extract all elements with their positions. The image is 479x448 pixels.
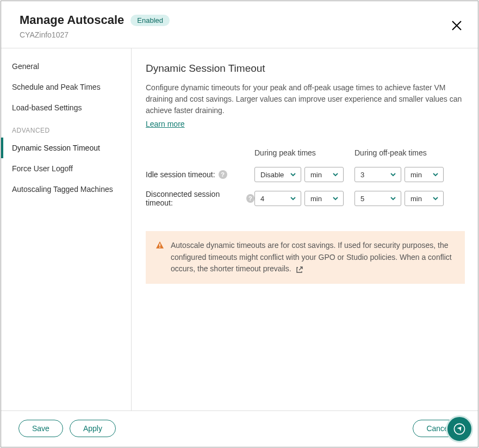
idle-peak-value-select[interactable]: Disable [254, 167, 301, 182]
alert-text: Autoscale dynamic timeouts are for cost … [171, 240, 455, 275]
sidebar-item-force-logoff[interactable]: Force User Logoff [1, 158, 131, 179]
sidebar-item-tagged-machines[interactable]: Autoscaling Tagged Machines [1, 179, 131, 200]
col-header-peak: During peak times [254, 148, 354, 159]
sidebar: General Schedule and Peak Times Load-bas… [1, 48, 132, 410]
disc-peak-unit-select[interactable]: min [304, 191, 344, 206]
status-badge: Enabled [130, 15, 170, 26]
idle-offpeak-unit-select[interactable]: min [405, 167, 444, 182]
close-icon[interactable] [451, 20, 463, 32]
help-fab[interactable] [446, 415, 473, 443]
sidebar-item-dynamic-timeout[interactable]: Dynamic Session Timeout [1, 138, 131, 158]
help-icon[interactable]: ? [246, 194, 254, 203]
chevron-down-icon [390, 195, 396, 202]
idle-peak-unit-select[interactable]: min [304, 167, 344, 182]
warning-alert: Autoscale dynamic timeouts are for cost … [146, 231, 465, 284]
dialog-header: Manage Autoscale Enabled CYAZinfo1027 [1, 1, 478, 48]
dialog-title: Manage Autoscale [20, 13, 124, 27]
send-icon [453, 423, 465, 435]
section-title: Dynamic Session Timeout [146, 63, 465, 74]
save-button[interactable]: Save [18, 420, 63, 437]
chevron-down-icon [432, 195, 439, 202]
dialog-body: General Schedule and Peak Times Load-bas… [1, 48, 478, 410]
apply-button[interactable]: Apply [70, 420, 116, 437]
disc-peak-value-select[interactable]: 4 [254, 191, 301, 206]
row-label-disconnected: Disconnected session timeout: ? [146, 190, 254, 207]
help-icon[interactable]: ? [219, 170, 227, 179]
col-header-offpeak: During off-peak times [354, 148, 455, 159]
sidebar-section-label: ADVANCED [1, 118, 131, 138]
chevron-down-icon [332, 195, 339, 202]
svg-rect-0 [159, 244, 160, 246]
chevron-down-icon [390, 171, 396, 178]
external-link-icon[interactable] [296, 266, 303, 273]
learn-more-link[interactable]: Learn more [146, 119, 185, 130]
chevron-down-icon [290, 195, 296, 202]
chevron-down-icon [332, 171, 339, 178]
sidebar-item-load[interactable]: Load-based Settings [1, 97, 131, 118]
dialog-footer: Save Apply Cancel [1, 410, 478, 447]
row-label-idle: Idle session timeout: ? [146, 170, 254, 179]
sidebar-item-schedule[interactable]: Schedule and Peak Times [1, 77, 131, 97]
chevron-down-icon [290, 171, 296, 178]
autoscale-dialog: Manage Autoscale Enabled CYAZinfo1027 Ge… [1, 1, 478, 447]
dialog-subtitle: CYAZinfo1027 [20, 30, 463, 39]
sidebar-item-general[interactable]: General [1, 56, 131, 77]
section-description: Configure dynamic timeouts for your peak… [146, 82, 465, 130]
chevron-down-icon [432, 171, 439, 178]
disc-offpeak-value-select[interactable]: 5 [354, 191, 401, 206]
content-pane: Dynamic Session Timeout Configure dynami… [132, 48, 478, 410]
svg-rect-1 [159, 247, 160, 248]
disc-offpeak-unit-select[interactable]: min [405, 191, 444, 206]
idle-offpeak-value-select[interactable]: 3 [354, 167, 401, 182]
settings-grid: During peak times During off-peak times … [146, 148, 465, 207]
warning-icon [155, 241, 164, 250]
